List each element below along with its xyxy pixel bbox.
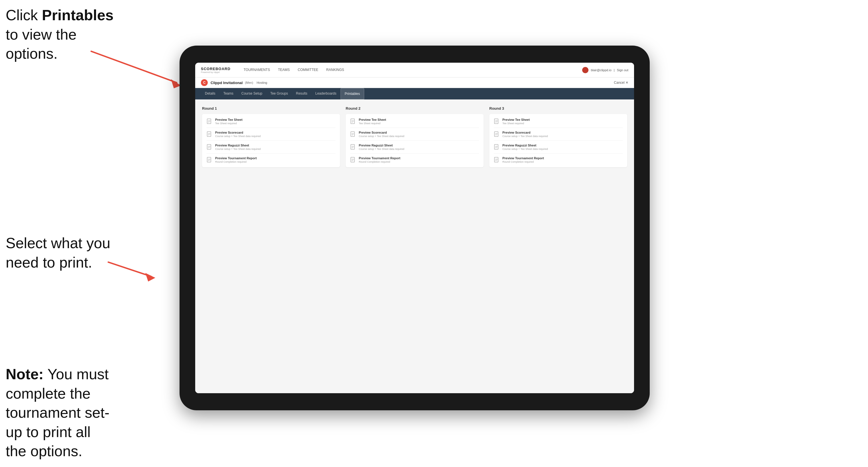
r2-tee-title: Preview Tee Sheet (359, 118, 386, 121)
round-2-title: Round 2 (346, 106, 484, 111)
subnav-printables[interactable]: Printables (341, 88, 364, 99)
tournament-name: Clippd Invitational (211, 81, 243, 85)
r1-report-title: Preview Tournament Report (215, 156, 257, 160)
round-3-title: Round 3 (489, 106, 627, 111)
round-2-scorecard[interactable]: Preview Scorecard Course setup + Tee She… (350, 128, 479, 141)
tournament-type: (Men) (245, 81, 253, 84)
nav-tournaments[interactable]: TOURNAMENTS (244, 67, 270, 73)
subnav-course-setup[interactable]: Course Setup (237, 88, 266, 99)
tablet-device: SCOREBOARD Powered by clippd TOURNAMENTS… (180, 45, 650, 410)
r1-tee-title: Preview Tee Sheet (215, 118, 243, 121)
r2-raguzzi-sub: Course setup + Tee Sheet data required (359, 148, 404, 150)
subnav-tee-groups[interactable]: Tee Groups (266, 88, 292, 99)
r3-score-sub: Course setup + Tee Sheet data required (502, 135, 548, 137)
round-2-tournament-report[interactable]: Preview Tournament Report Round Completi… (350, 154, 479, 163)
document-icon (207, 119, 212, 125)
round-1-tee-sheet[interactable]: Preview Tee Sheet Tee Sheet required (207, 118, 335, 128)
r1-report-sub: Round Completion required (215, 160, 257, 163)
r2-raguzzi-title: Preview Raguzzi Sheet (359, 144, 404, 147)
round-1-tournament-report[interactable]: Preview Tournament Report Round Completi… (207, 154, 335, 163)
r2-report-title: Preview Tournament Report (359, 156, 400, 160)
top-nav: SCOREBOARD Powered by clippd TOURNAMENTS… (195, 63, 634, 77)
round-3-scorecard[interactable]: Preview Scorecard Course setup + Tee She… (494, 128, 623, 141)
r3-raguzzi-title: Preview Raguzzi Sheet (502, 144, 548, 147)
round-2-tee-sheet[interactable]: Preview Tee Sheet Tee Sheet required (350, 118, 479, 128)
user-avatar (582, 67, 588, 73)
instruction-bottom: Note: You must complete the tournament s… (6, 365, 114, 461)
r3-tee-sub: Tee Sheet required (502, 122, 530, 125)
arrow-middle (97, 256, 160, 285)
printables-bold: Printables (42, 7, 114, 23)
nav-committee[interactable]: COMMITTEE (298, 67, 318, 73)
r3-report-sub: Round Completion required (502, 160, 544, 163)
round-1-card: Preview Tee Sheet Tee Sheet required Pre… (202, 114, 340, 167)
arrow-top (83, 49, 191, 94)
subnav-results[interactable]: Results (292, 88, 311, 99)
tablet-screen: SCOREBOARD Powered by clippd TOURNAMENTS… (195, 63, 634, 393)
round-3-tournament-report[interactable]: Preview Tournament Report Round Completi… (494, 154, 623, 163)
rounds-grid: Round 1 Preview Tee Sheet Tee Sheet requ… (202, 106, 627, 167)
round-3-tee-sheet[interactable]: Preview Tee Sheet Tee Sheet required (494, 118, 623, 128)
document-icon-12 (494, 157, 500, 163)
round-1-scorecard[interactable]: Preview Scorecard Course setup + Tee She… (207, 128, 335, 141)
top-nav-items: TOURNAMENTS TEAMS COMMITTEE RANKINGS (244, 67, 582, 73)
top-nav-right: blair@clippd.io | Sign out (582, 67, 628, 73)
subnav-details[interactable]: Details (201, 88, 219, 99)
r1-raguzzi-title: Preview Raguzzi Sheet (215, 144, 261, 147)
round-3-raguzzi[interactable]: Preview Raguzzi Sheet Course setup + Tee… (494, 141, 623, 154)
logo-title: SCOREBOARD (201, 67, 235, 71)
r1-score-sub: Course setup + Tee Sheet data required (215, 135, 261, 137)
document-icon-10 (494, 131, 500, 137)
document-icon-9 (494, 119, 500, 125)
logo-sub: Powered by clippd (201, 71, 235, 73)
r3-tee-title: Preview Tee Sheet (502, 118, 530, 121)
document-icon-7 (350, 144, 356, 150)
document-icon-6 (350, 131, 356, 137)
content-area: Round 1 Preview Tee Sheet Tee Sheet requ… (195, 99, 634, 393)
document-icon-11 (494, 144, 500, 150)
round-2-card: Preview Tee Sheet Tee Sheet required Pre… (346, 114, 484, 167)
r2-score-sub: Course setup + Tee Sheet data required (359, 135, 404, 137)
round-1-raguzzi[interactable]: Preview Raguzzi Sheet Course setup + Tee… (207, 141, 335, 154)
round-1-section: Round 1 Preview Tee Sheet Tee Sheet requ… (202, 106, 340, 167)
nav-rankings[interactable]: RANKINGS (326, 67, 344, 73)
r2-score-title: Preview Scorecard (359, 131, 404, 134)
svg-marker-1 (145, 273, 155, 281)
r1-tee-sub: Tee Sheet required (215, 122, 243, 125)
hosting-badge: Hosting (256, 81, 267, 84)
round-2-section: Round 2 Preview Tee Sheet Tee Sheet requ… (346, 106, 484, 167)
document-icon-4 (207, 157, 212, 163)
r3-score-title: Preview Scorecard (502, 131, 548, 134)
user-email: blair@clippd.io (591, 68, 611, 72)
subnav-leaderboards[interactable]: Leaderboards (311, 88, 340, 99)
separator: | (614, 68, 615, 72)
document-icon-2 (207, 131, 212, 137)
document-icon-5 (350, 119, 356, 125)
note-bold: Note: (6, 366, 43, 382)
r3-raguzzi-sub: Course setup + Tee Sheet data required (502, 148, 548, 150)
r1-score-title: Preview Scorecard (215, 131, 261, 134)
tournament-bar: C Clippd Invitational (Men) Hosting Canc… (195, 77, 634, 88)
round-3-section: Round 3 Preview Tee Sheet Tee Sheet requ… (489, 106, 627, 167)
round-3-card: Preview Tee Sheet Tee Sheet required Pre… (489, 114, 627, 167)
document-icon-3 (207, 144, 212, 150)
document-icon-8 (350, 157, 356, 163)
cancel-button[interactable]: Cancel ✕ (614, 81, 628, 85)
r2-tee-sub: Tee Sheet required (359, 122, 386, 125)
subnav-teams[interactable]: Teams (219, 88, 237, 99)
round-2-raguzzi[interactable]: Preview Raguzzi Sheet Course setup + Tee… (350, 141, 479, 154)
sign-out-link[interactable]: Sign out (617, 68, 628, 72)
r1-raguzzi-sub: Course setup + Tee Sheet data required (215, 148, 261, 150)
r3-report-title: Preview Tournament Report (502, 156, 544, 160)
tournament-logo: C (201, 79, 208, 86)
sub-nav: Details Teams Course Setup Tee Groups Re… (195, 88, 634, 99)
nav-teams[interactable]: TEAMS (278, 67, 289, 73)
r2-report-sub: Round Completion required (359, 160, 400, 163)
logo-area: SCOREBOARD Powered by clippd (201, 67, 235, 73)
round-1-title: Round 1 (202, 106, 340, 111)
